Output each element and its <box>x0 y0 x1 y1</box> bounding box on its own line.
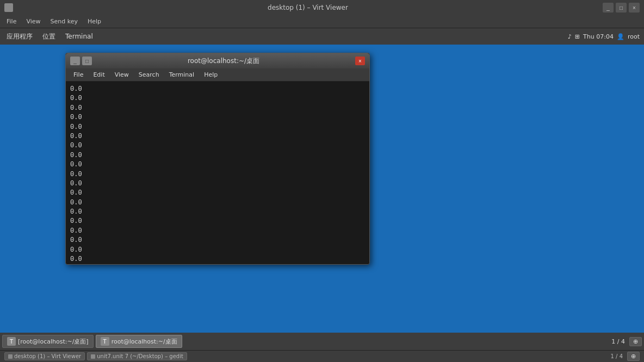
terminal-minimize-button[interactable]: _ <box>70 57 80 65</box>
user-icon[interactable]: 👤 <box>617 33 624 40</box>
terminal-close-button[interactable]: × <box>355 57 365 65</box>
virt-minimize-button[interactable]: _ <box>603 3 614 13</box>
virt-app-icon <box>4 3 13 12</box>
virt-taskbar-item-2[interactable]: unit7.unit 7 (~/Desktop) – gedit <box>87 352 187 360</box>
terminal-window: _ □ root@localhost:~/桌面 × File Edit View… <box>65 53 370 265</box>
taskbar-item-1[interactable]: T [root@localhost:~/桌面] <box>2 335 94 348</box>
virt-menu-help[interactable]: Help <box>83 17 106 26</box>
virt-app-dot-2 <box>91 354 95 359</box>
output-line-9: 0.0 <box>70 160 365 170</box>
terminal-body[interactable]: 0.0 0.0 0.0 0.0 0.0 0.0 0.0 0.0 0.0 0.0 … <box>66 82 369 264</box>
output-line-15: 0.0 <box>70 217 365 226</box>
output-line-12: 0.0 <box>70 189 365 198</box>
output-line-16: 0.0 <box>70 227 365 236</box>
virt-taskbar-item-1[interactable]: desktop (1) – Virt Viewer <box>4 352 85 360</box>
terminal-menu-panel[interactable]: Terminal <box>61 30 97 42</box>
output-line-17: 0.0 <box>70 236 365 245</box>
taskbar-icon-2: T <box>101 337 109 346</box>
taskbar-icon-1: T <box>7 337 16 346</box>
virt-status-bar: desktop (1) – Virt Viewer unit7.unit 7 (… <box>0 350 644 362</box>
virt-status-right: 1 / 4 ⊕ <box>611 352 640 361</box>
output-line-3: 0.0 <box>70 104 365 113</box>
guest-taskbar: T [root@localhost:~/桌面] T root@localhost… <box>0 333 644 350</box>
term-menu-terminal[interactable]: Terminal <box>165 70 199 79</box>
virt-pager-display: 1 / 4 <box>611 353 623 359</box>
output-line-19: 0.0 <box>70 255 365 264</box>
gnome-panel-left: 应用程序 位置 Terminal <box>0 30 97 43</box>
network-icon[interactable]: ⊞ <box>575 33 580 40</box>
term-menu-search[interactable]: Search <box>134 70 164 79</box>
volume-icon[interactable]: ♪ <box>568 33 572 40</box>
username-display: root <box>628 33 640 40</box>
taskbar-right: 1 / 4 ⊕ <box>611 337 642 346</box>
pager-display: 1 / 4 <box>611 338 625 345</box>
output-line-18: 0.0 <box>70 246 365 255</box>
virt-close-button[interactable]: × <box>629 3 640 13</box>
output-line-6: 0.0 <box>70 132 365 141</box>
virt-title-bar: desktop (1) – Virt Viewer _ □ × <box>0 0 644 15</box>
taskbar-label-2: root@localhost:~/桌面 <box>112 338 177 346</box>
virt-window-title: desktop (1) – Virt Viewer <box>17 4 598 11</box>
clock-display: Thu 07:04 <box>583 33 614 40</box>
virt-menu-view[interactable]: View <box>22 17 45 26</box>
virt-viewer-window: desktop (1) – Virt Viewer _ □ × File Vie… <box>0 0 644 362</box>
virt-app-dot-1 <box>8 354 13 359</box>
term-menu-help[interactable]: Help <box>200 70 222 79</box>
places-menu[interactable]: 位置 <box>38 30 60 43</box>
virt-pager-button[interactable]: ⊕ <box>627 352 640 361</box>
guest-desktop: 应用程序 位置 Terminal ♪ ⊞ Thu 07:04 👤 root 🏠 <box>0 28 644 350</box>
pager-button[interactable]: ⊕ <box>629 337 642 346</box>
gnome-panel-right: ♪ ⊞ Thu 07:04 👤 root <box>568 33 644 40</box>
output-line-10: 0.0 <box>70 170 365 179</box>
output-line-13: 0.0 <box>70 198 365 208</box>
terminal-maximize-button[interactable]: □ <box>82 57 92 65</box>
terminal-title-text: root@localhost:~/桌面 <box>94 57 353 66</box>
virt-menu-file[interactable]: File <box>2 17 21 26</box>
output-line-8: 0.0 <box>70 151 365 160</box>
term-menu-file[interactable]: File <box>69 70 88 79</box>
taskbar-item-2[interactable]: T root@localhost:~/桌面 <box>96 335 182 348</box>
terminal-title-bar: _ □ root@localhost:~/桌面 × <box>66 53 369 68</box>
virt-menu-bar: File View Send key Help <box>0 15 644 28</box>
applications-menu[interactable]: 应用程序 <box>2 30 37 43</box>
output-line-2: 0.0 <box>70 94 365 103</box>
terminal-menu-bar: File Edit View Search Terminal Help <box>66 68 369 82</box>
virt-app-label-1: desktop (1) – Virt Viewer <box>14 353 81 359</box>
term-menu-view[interactable]: View <box>110 70 133 79</box>
output-line-1: 0.0 <box>70 85 365 94</box>
output-line-5: 0.0 <box>70 123 365 132</box>
virt-taskbar-apps: desktop (1) – Virt Viewer unit7.unit 7 (… <box>4 352 187 360</box>
virt-menu-sendkey[interactable]: Send key <box>46 17 82 26</box>
output-line-11: 0.0 <box>70 179 365 189</box>
term-menu-edit[interactable]: Edit <box>89 70 109 79</box>
virt-app-label-2: unit7.unit 7 (~/Desktop) – gedit <box>97 353 183 359</box>
virt-maximize-button[interactable]: □ <box>616 3 627 13</box>
output-line-14: 0.0 <box>70 208 365 217</box>
output-line-7: 0.0 <box>70 141 365 151</box>
output-line-4: 0.0 <box>70 113 365 122</box>
taskbar-label-1: [root@localhost:~/桌面] <box>18 338 89 346</box>
virt-window-controls: _ □ × <box>603 3 640 13</box>
gnome-top-panel: 应用程序 位置 Terminal ♪ ⊞ Thu 07:04 👤 root <box>0 28 644 45</box>
